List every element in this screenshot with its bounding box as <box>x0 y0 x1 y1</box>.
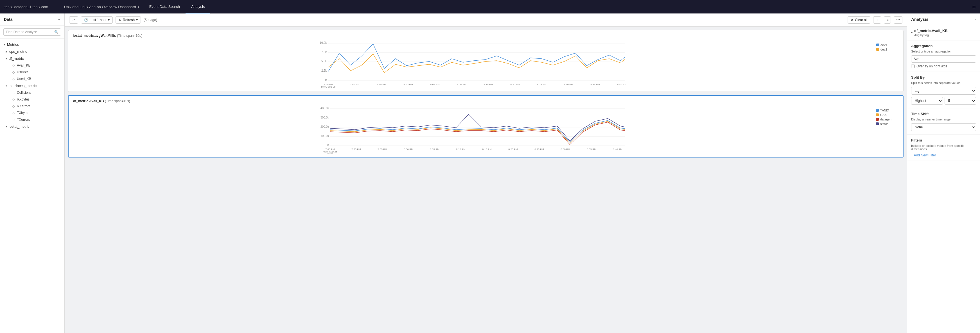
usepct-label: UsePct <box>17 70 28 74</box>
legend-color-dot <box>876 122 879 125</box>
rp-filters-sublabel: Include or exclude values from specific … <box>911 144 976 151</box>
content-area: ↩ 🕐 Last 1 hour ▾ ↻ Refresh ▾ (5m ago) ✕ <box>65 13 907 333</box>
svg-text:0: 0 <box>327 144 329 147</box>
chevron-down-icon: ▾ <box>4 43 5 46</box>
list-item[interactable]: ◇ Used_KB <box>0 76 64 82</box>
df-metric-children: ◇ Avail_KB ◇ UsePct ◇ Used_KB <box>0 62 64 82</box>
rxerrors-label: RXerrors <box>17 104 30 108</box>
svg-text:2020: 2020 <box>326 87 331 88</box>
rp-aggregation-sublabel: Select or type an aggregation. <box>911 50 976 53</box>
svg-text:7:55 PM: 7:55 PM <box>377 148 387 151</box>
txerrors-label: TXerrors <box>17 117 30 122</box>
nav-tabs: Unix and Linux Add-on Overview Dashboard… <box>60 0 968 13</box>
iostat-metric-header[interactable]: ▾ iostat_metric <box>0 123 64 130</box>
cpu-metric-header[interactable]: ▶ cpu_metric <box>0 48 64 55</box>
df-metric-header[interactable]: ▾ df_metric <box>0 55 64 62</box>
sidebar-collapse-button[interactable]: « <box>58 17 60 22</box>
tab-event-data-search[interactable]: Event Data Search <box>144 0 186 13</box>
svg-text:8:20 PM: 8:20 PM <box>510 83 520 86</box>
overlay-checkbox[interactable] <box>911 65 915 68</box>
list-item[interactable]: ◇ TXerrors <box>0 116 64 123</box>
tree-subgroup-iostat: ▾ iostat_metric <box>0 123 64 130</box>
toolbar-right: ✕ Clear all ⊞ ≡ ••• <box>848 16 902 24</box>
chart-1-timespan: (Time span=10s) <box>117 34 142 38</box>
add-filter-link[interactable]: + Add New Filter <box>911 153 936 157</box>
list-item[interactable]: ◇ UsePct <box>0 69 64 76</box>
sidebar-header: Data « <box>0 13 64 25</box>
diamond-icon: ◇ <box>13 105 14 108</box>
search-icon: 🔍 <box>54 30 59 34</box>
tree-subgroup-df: ▾ df_metric ◇ Avail_KB ◇ UsePct <box>0 55 64 82</box>
legend-item: TANIX <box>876 109 899 112</box>
top-nav: tanix_datagen_1.tanix.com Unix and Linux… <box>0 0 980 13</box>
svg-text:8:00 PM: 8:00 PM <box>403 83 413 86</box>
search-input[interactable] <box>6 30 52 34</box>
rp-metric-sub: Avg by tag <box>914 33 948 37</box>
highest-select[interactable]: Highest Lowest <box>911 97 943 105</box>
more-options-button[interactable]: ••• <box>894 16 902 24</box>
metrics-children: ▶ cpu_metric ▾ df_metric <box>0 48 64 130</box>
sidebar-title: Data <box>4 17 13 22</box>
time-shift-select[interactable]: None 1h 1d 1w <box>911 123 976 131</box>
svg-text:8:10 PM: 8:10 PM <box>457 83 466 86</box>
refresh-ago-text: (5m ago) <box>144 18 157 22</box>
diamond-icon: ◇ <box>13 77 14 81</box>
list-item[interactable]: ◇ TXbytes <box>0 109 64 116</box>
time-range-label: Last 1 hour <box>90 18 107 22</box>
svg-text:8:05 PM: 8:05 PM <box>430 148 439 151</box>
app-logo: tanix_datagen_1.tanix.com <box>5 5 55 9</box>
interfaces-metric-header[interactable]: ▾ interfaces_metric <box>0 82 64 89</box>
chevron-down-icon: ▾ <box>6 84 7 87</box>
refresh-button[interactable]: ↻ Refresh ▾ <box>116 16 141 24</box>
tab-analysis[interactable]: Analysis <box>186 0 210 13</box>
right-panel-collapse-button[interactable]: » <box>974 17 976 21</box>
svg-text:8:10 PM: 8:10 PM <box>456 148 466 151</box>
svg-text:8:15 PM: 8:15 PM <box>484 83 493 86</box>
rp-split-by-sublabel: Split this series into separate values. <box>911 81 976 84</box>
legend-label: states <box>880 122 888 125</box>
rp-metric-name: df_metric.Avail_KB <box>914 29 948 33</box>
diamond-icon: ◇ <box>13 111 14 115</box>
list-item[interactable]: ◇ RXerrors <box>0 103 64 109</box>
svg-text:8:25 PM: 8:25 PM <box>537 83 547 86</box>
clear-all-button[interactable]: ✕ Clear all <box>848 16 870 24</box>
tree-group-metrics: ▾ Metrics ▶ cpu_metric <box>0 41 64 130</box>
refresh-label: Refresh <box>123 18 135 22</box>
rp-aggregation-section: Aggregation Select or type an aggregatio… <box>907 40 980 72</box>
legend-label: dev1 <box>880 43 887 47</box>
metrics-group-header[interactable]: ▾ Metrics <box>0 41 64 48</box>
cpu-metric-label: cpu_metric <box>9 49 27 54</box>
tree-subgroup-interfaces: ▾ interfaces_metric ◇ Collisions ◇ <box>0 82 64 123</box>
svg-text:8:20 PM: 8:20 PM <box>508 148 518 151</box>
legend-label: USA <box>880 113 887 117</box>
highest-count-select[interactable]: 5 10 20 50 <box>945 97 976 105</box>
chevron-down-icon: ▾ <box>138 5 139 8</box>
chart-2-svg-area: 400.0k 300.0k 200.0k 100.0k 0 <box>73 106 873 154</box>
legend-item: datagen <box>876 117 899 121</box>
time-range-button[interactable]: 🕐 Last 1 hour ▾ <box>81 16 113 24</box>
list-item[interactable]: ◇ Collisions <box>0 89 64 96</box>
svg-text:10.0k: 10.0k <box>320 41 327 44</box>
chart-panel-2: df_metric.Avail_KB (Time span=10s) 400.0… <box>68 95 904 157</box>
txbytes-label: TXbytes <box>17 111 29 115</box>
overlay-checkbox-row: Overlay on right axis <box>911 64 976 68</box>
nav-icons: ⊞ <box>972 5 975 9</box>
refresh-icon: ↻ <box>119 18 121 22</box>
chart-1-svg: 10.0k 7.5k 5.0k 2.5k 0 <box>73 40 873 88</box>
list-view-button[interactable]: ≡ <box>884 16 891 24</box>
used-kb-label: Used_KB <box>17 77 31 81</box>
undo-button[interactable]: ↩ <box>69 16 78 24</box>
list-item[interactable]: ◇ RXbytes <box>0 96 64 103</box>
rp-metric-section: ▾ df_metric.Avail_KB Avg by tag <box>907 25 980 40</box>
overlay-label: Overlay on right axis <box>916 64 947 68</box>
nav-dashboard[interactable]: Unix and Linux Add-on Overview Dashboard… <box>60 5 144 9</box>
toolbar: ↩ 🕐 Last 1 hour ▾ ↻ Refresh ▾ (5m ago) ✕ <box>65 13 907 27</box>
split-by-select[interactable]: tag host source <box>911 87 976 95</box>
interfaces-metric-label: interfaces_metric <box>9 84 37 88</box>
svg-text:100.0k: 100.0k <box>320 135 329 138</box>
grid-view-button[interactable]: ⊞ <box>873 16 881 24</box>
aggregation-input[interactable] <box>911 56 976 63</box>
list-item[interactable]: ◇ Avail_KB <box>0 62 64 69</box>
svg-text:8:05 PM: 8:05 PM <box>430 83 440 86</box>
svg-text:8:25 PM: 8:25 PM <box>535 148 544 151</box>
